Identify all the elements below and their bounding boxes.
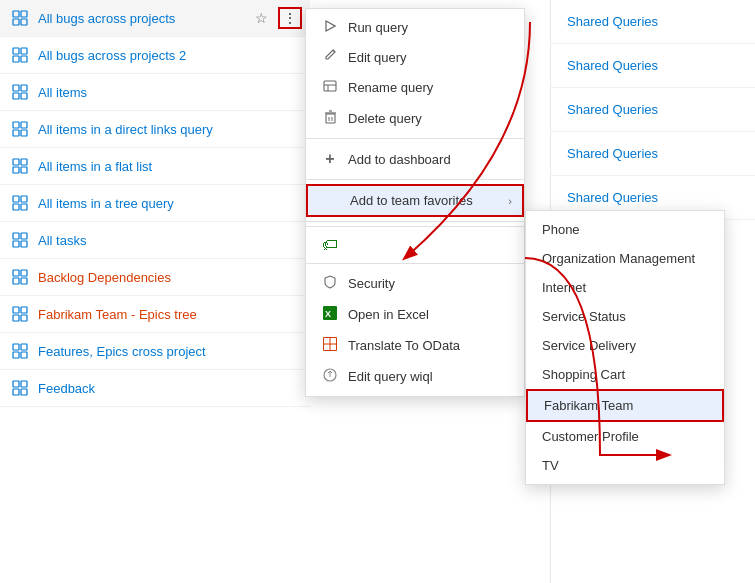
svg-rect-18 <box>13 167 19 173</box>
submenu-item-tv[interactable]: TV <box>526 451 724 480</box>
menu-item-tag[interactable]: 🏷 <box>306 231 524 259</box>
svg-rect-35 <box>21 315 27 321</box>
menu-item-run[interactable]: Run query <box>306 13 524 42</box>
svg-line-45 <box>333 50 335 52</box>
submenu-item-internet[interactable]: Internet <box>526 273 724 302</box>
star-icon[interactable]: ☆ <box>251 8 272 28</box>
svg-rect-22 <box>13 204 19 210</box>
menu-label-odata: Translate To OData <box>348 338 460 353</box>
query-label: All items in a direct links query <box>38 122 213 137</box>
svg-marker-44 <box>326 21 335 31</box>
menu-item-rename[interactable]: Rename query <box>306 72 524 103</box>
submenu-item-fabrikam[interactable]: Fabrikam Team <box>526 389 724 422</box>
menu-icon-rename <box>322 79 338 96</box>
grid-icon <box>12 380 28 396</box>
shared-query-row[interactable]: Shared Queries <box>551 44 755 88</box>
menu-label-excel: Open in Excel <box>348 307 429 322</box>
query-list: All bugs across projects☆⋮ All bugs acro… <box>0 0 310 583</box>
query-item[interactable]: Features, Epics cross project <box>0 333 310 370</box>
svg-rect-27 <box>21 241 27 247</box>
menu-icon-excel: X <box>322 306 338 323</box>
menu-divider <box>306 226 524 227</box>
menu-item-teamfav[interactable]: Add to team favorites› <box>306 184 524 217</box>
menu-item-odata[interactable]: Translate To OData <box>306 330 524 361</box>
menu-icon-run <box>322 20 338 35</box>
submenu-chevron-icon: › <box>508 195 512 207</box>
svg-rect-7 <box>21 56 27 62</box>
menu-item-wiql[interactable]: Edit query wiql <box>306 361 524 392</box>
svg-rect-40 <box>13 381 19 387</box>
shared-query-row[interactable]: Shared Queries <box>551 0 755 44</box>
grid-icon <box>12 232 28 248</box>
grid-icon <box>12 47 28 63</box>
query-item[interactable]: Fabrikam Team - Epics tree <box>0 296 310 333</box>
menu-label-security: Security <box>348 276 395 291</box>
query-item[interactable]: All tasks <box>0 222 310 259</box>
team-favorites-submenu: PhoneOrganization ManagementInternetServ… <box>525 210 725 485</box>
submenu-item-phone[interactable]: Phone <box>526 215 724 244</box>
query-item[interactable]: All bugs across projects☆⋮ <box>0 0 310 37</box>
svg-rect-36 <box>13 344 19 350</box>
menu-item-edit[interactable]: Edit query <box>306 42 524 72</box>
svg-rect-31 <box>21 278 27 284</box>
grid-icon <box>12 10 28 26</box>
query-label: All bugs across projects 2 <box>38 48 186 63</box>
menu-label-rename: Rename query <box>348 80 433 95</box>
svg-rect-43 <box>21 389 27 395</box>
menu-label-teamfav: Add to team favorites <box>350 193 473 208</box>
query-item[interactable]: All items in a direct links query <box>0 111 310 148</box>
context-menu: Run queryEdit queryRename queryDelete qu… <box>305 8 525 397</box>
submenu-item-servicestatus[interactable]: Service Status <box>526 302 724 331</box>
svg-rect-9 <box>21 85 27 91</box>
query-item[interactable]: Backlog Dependencies <box>0 259 310 296</box>
svg-rect-29 <box>21 270 27 276</box>
menu-label-dashboard: Add to dashboard <box>348 152 451 167</box>
svg-rect-19 <box>21 167 27 173</box>
menu-icon-dashboard: + <box>322 150 338 168</box>
svg-rect-12 <box>13 122 19 128</box>
submenu-item-servicedelivery[interactable]: Service Delivery <box>526 331 724 360</box>
query-label: All tasks <box>38 233 86 248</box>
menu-divider <box>306 263 524 264</box>
svg-rect-16 <box>13 159 19 165</box>
shared-query-row[interactable]: Shared Queries <box>551 88 755 132</box>
grid-icon <box>12 158 28 174</box>
shared-query-row[interactable]: Shared Queries <box>551 132 755 176</box>
svg-rect-57 <box>324 338 330 344</box>
svg-rect-39 <box>21 352 27 358</box>
grid-icon <box>12 84 28 100</box>
query-item[interactable]: Feedback <box>0 370 310 407</box>
menu-item-delete[interactable]: Delete query <box>306 103 524 134</box>
svg-rect-8 <box>13 85 19 91</box>
submenu-item-customerprofile[interactable]: Customer Profile <box>526 422 724 451</box>
svg-rect-11 <box>21 93 27 99</box>
grid-icon <box>12 269 28 285</box>
grid-icon <box>12 195 28 211</box>
query-label: Features, Epics cross project <box>38 344 206 359</box>
svg-rect-46 <box>324 81 336 91</box>
svg-rect-4 <box>13 48 19 54</box>
menu-item-excel[interactable]: XOpen in Excel <box>306 299 524 330</box>
query-item[interactable]: All items <box>0 74 310 111</box>
menu-label-delete: Delete query <box>348 111 422 126</box>
menu-item-security[interactable]: Security <box>306 268 524 299</box>
more-icon[interactable]: ⋮ <box>278 7 302 29</box>
svg-rect-24 <box>13 233 19 239</box>
query-item[interactable]: All bugs across projects 2 <box>0 37 310 74</box>
menu-divider <box>306 179 524 180</box>
menu-item-dashboard[interactable]: +Add to dashboard <box>306 143 524 175</box>
menu-label-edit: Edit query <box>348 50 407 65</box>
query-item[interactable]: All items in a tree query <box>0 185 310 222</box>
svg-rect-33 <box>21 307 27 313</box>
svg-rect-37 <box>21 344 27 350</box>
query-label: All items <box>38 85 87 100</box>
submenu-item-shoppingcart[interactable]: Shopping Cart <box>526 360 724 389</box>
query-item[interactable]: All items in a flat list <box>0 148 310 185</box>
svg-rect-6 <box>13 56 19 62</box>
svg-rect-0 <box>13 11 19 17</box>
svg-rect-30 <box>13 278 19 284</box>
svg-rect-1 <box>21 11 27 17</box>
svg-rect-26 <box>13 241 19 247</box>
svg-rect-23 <box>21 204 27 210</box>
submenu-item-orgmgmt[interactable]: Organization Management <box>526 244 724 273</box>
